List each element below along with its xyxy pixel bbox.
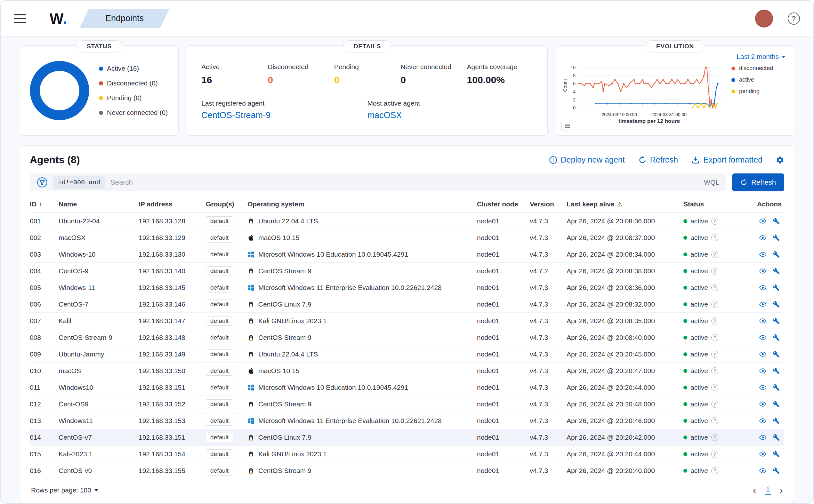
agent-config-icon[interactable] bbox=[773, 451, 780, 458]
col-name[interactable]: Name bbox=[59, 198, 139, 212]
col-version[interactable]: Version bbox=[530, 198, 567, 212]
refresh-button[interactable]: Refresh bbox=[732, 173, 784, 191]
status-help-icon[interactable]: ? bbox=[711, 451, 718, 458]
last-registered-agent-link[interactable]: CentOS-Stream-9 bbox=[201, 110, 270, 120]
cell-name[interactable]: CentOS-v9 bbox=[59, 467, 139, 475]
status-help-icon[interactable]: ? bbox=[711, 251, 718, 258]
col-status[interactable]: Status bbox=[683, 198, 749, 212]
table-row[interactable]: 014 CentOS-v7 192.168.33.151 default Cen… bbox=[30, 429, 784, 446]
table-row[interactable]: 001 Ubuntu-22-04 192.168.33.128 default … bbox=[30, 213, 784, 229]
view-agent-icon[interactable] bbox=[759, 451, 766, 458]
time-range-selector[interactable]: Last 2 months bbox=[737, 53, 786, 60]
cell-name[interactable]: Windows10 bbox=[59, 384, 139, 391]
view-agent-icon[interactable] bbox=[759, 384, 766, 391]
view-agent-icon[interactable] bbox=[759, 218, 766, 225]
group-chip[interactable]: default bbox=[206, 233, 233, 243]
table-row[interactable]: 016 CentOS-v9 192.168.33.155 default Cen… bbox=[30, 462, 784, 479]
agent-config-icon[interactable] bbox=[773, 351, 780, 358]
cell-name[interactable]: CentOS-9 bbox=[59, 267, 139, 275]
table-row[interactable]: 009 Ubuntu-Jammy 192.168.33.149 default … bbox=[30, 346, 784, 363]
group-chip[interactable]: default bbox=[206, 433, 233, 442]
group-chip[interactable]: default bbox=[206, 283, 233, 292]
table-settings-button[interactable] bbox=[776, 156, 784, 164]
col-id[interactable]: ID↑ bbox=[30, 198, 59, 212]
view-agent-icon[interactable] bbox=[759, 334, 766, 341]
view-agent-icon[interactable] bbox=[759, 234, 766, 241]
cell-name[interactable]: Windows-11 bbox=[59, 284, 139, 292]
rows-per-page-selector[interactable]: Rows per page: 100 bbox=[31, 486, 98, 494]
group-chip[interactable]: default bbox=[206, 399, 233, 409]
table-row[interactable]: 003 Windows-10 192.168.33.130 default Mi… bbox=[30, 246, 784, 263]
agent-config-icon[interactable] bbox=[773, 384, 780, 391]
status-help-icon[interactable]: ? bbox=[711, 234, 718, 241]
agent-config-icon[interactable] bbox=[773, 268, 780, 275]
evolution-legend-item[interactable]: disconnected bbox=[731, 65, 773, 72]
inspect-data-button[interactable] bbox=[561, 121, 573, 131]
view-agent-icon[interactable] bbox=[759, 401, 766, 408]
table-row[interactable]: 010 macOS 192.168.33.150 default macOS 1… bbox=[30, 363, 784, 379]
status-legend-item[interactable]: Active (16) bbox=[99, 65, 168, 72]
agent-config-icon[interactable] bbox=[773, 334, 780, 341]
query-filter-chip[interactable]: id!=000 and bbox=[53, 176, 105, 189]
group-chip[interactable]: default bbox=[206, 300, 233, 309]
prev-page-button[interactable]: ‹ bbox=[753, 485, 756, 495]
cell-name[interactable]: Ubuntu-Jammy bbox=[59, 350, 139, 358]
status-help-icon[interactable]: ? bbox=[711, 218, 718, 225]
cell-name[interactable]: Windows-10 bbox=[59, 251, 139, 258]
table-row[interactable]: 012 Cent-OS9 192.168.33.152 default Cent… bbox=[30, 396, 784, 412]
next-page-button[interactable]: › bbox=[780, 485, 783, 495]
cell-name[interactable]: Cent-OS9 bbox=[59, 400, 139, 408]
status-help-icon[interactable]: ? bbox=[711, 401, 718, 408]
agent-config-icon[interactable] bbox=[773, 434, 780, 441]
status-help-icon[interactable]: ? bbox=[711, 384, 718, 391]
refresh-link[interactable]: Refresh bbox=[638, 155, 678, 164]
cell-name[interactable]: Kali-2023.1 bbox=[59, 450, 139, 458]
col-last-keep-alive[interactable]: Last keep alive⚠ bbox=[567, 198, 683, 212]
view-agent-icon[interactable] bbox=[759, 417, 766, 424]
view-agent-icon[interactable] bbox=[759, 284, 766, 291]
status-help-icon[interactable]: ? bbox=[711, 268, 718, 275]
group-chip[interactable]: default bbox=[206, 316, 233, 326]
status-help-icon[interactable]: ? bbox=[711, 284, 718, 291]
cell-name[interactable]: macOS bbox=[59, 367, 139, 375]
app-logo[interactable]: W. bbox=[38, 10, 68, 27]
agent-config-icon[interactable] bbox=[773, 284, 780, 291]
status-legend-item[interactable]: Pending (0) bbox=[99, 94, 168, 102]
cell-name[interactable]: CentOS-7 bbox=[59, 300, 139, 308]
table-row[interactable]: 011 Windows10 192.168.33.151 default Mic… bbox=[30, 379, 784, 396]
table-row[interactable]: 015 Kali-2023.1 192.168.33.154 default K… bbox=[30, 446, 784, 462]
agent-config-icon[interactable] bbox=[773, 234, 780, 241]
status-help-icon[interactable]: ? bbox=[711, 434, 718, 441]
group-chip[interactable]: default bbox=[206, 366, 233, 376]
cell-name[interactable]: CentOS-Stream-9 bbox=[59, 334, 139, 341]
view-agent-icon[interactable] bbox=[759, 301, 766, 308]
group-chip[interactable]: default bbox=[206, 349, 233, 359]
evolution-legend-item[interactable]: active bbox=[731, 76, 773, 83]
view-agent-icon[interactable] bbox=[759, 251, 766, 258]
group-chip[interactable]: default bbox=[206, 266, 233, 276]
wql-label[interactable]: WQL bbox=[704, 179, 719, 186]
cell-name[interactable]: macOSX bbox=[59, 234, 139, 242]
table-row[interactable]: 002 macOSX 192.168.33.129 default macOS … bbox=[30, 229, 784, 246]
status-help-icon[interactable]: ? bbox=[711, 351, 718, 358]
view-agent-icon[interactable] bbox=[759, 367, 766, 374]
table-row[interactable]: 006 CentOS-7 192.168.33.146 default Cent… bbox=[30, 296, 784, 313]
view-agent-icon[interactable] bbox=[759, 434, 766, 441]
status-donut-chart[interactable] bbox=[28, 59, 91, 122]
group-chip[interactable]: default bbox=[206, 416, 233, 426]
deploy-new-agent-button[interactable]: Deploy new agent bbox=[549, 155, 625, 164]
filter-icon[interactable] bbox=[37, 177, 48, 188]
agent-config-icon[interactable] bbox=[773, 367, 780, 374]
group-chip[interactable]: default bbox=[206, 216, 233, 226]
breadcrumb-endpoints[interactable]: Endpoints bbox=[79, 9, 169, 28]
most-active-agent-link[interactable]: macOSX bbox=[367, 110, 402, 120]
view-agent-icon[interactable] bbox=[759, 317, 766, 324]
cell-name[interactable]: Windows11 bbox=[59, 417, 139, 425]
agent-config-icon[interactable] bbox=[773, 401, 780, 408]
status-legend-item[interactable]: Disconnected (0) bbox=[99, 79, 168, 87]
col-operating-system[interactable]: Operating system bbox=[247, 198, 477, 212]
agent-config-icon[interactable] bbox=[773, 251, 780, 258]
search-input[interactable] bbox=[110, 178, 699, 187]
status-help-icon[interactable]: ? bbox=[711, 367, 718, 374]
agent-config-icon[interactable] bbox=[773, 317, 780, 324]
